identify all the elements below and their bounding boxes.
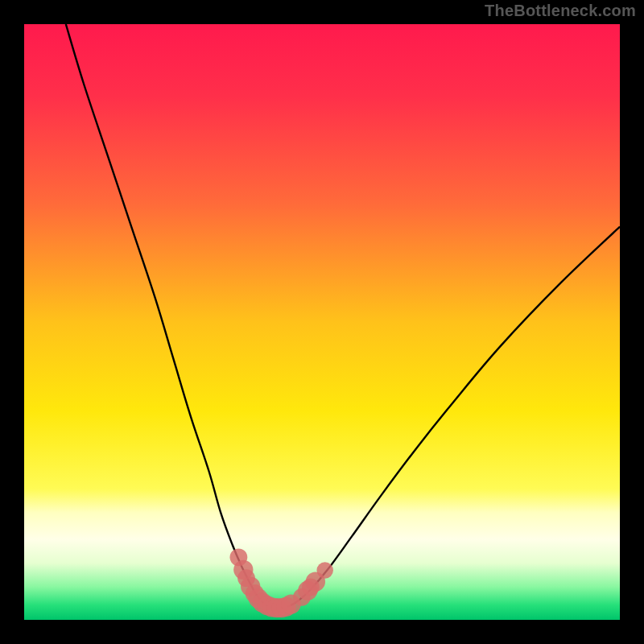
chart-frame: TheBottleneck.com bbox=[0, 0, 644, 644]
highlight-dot bbox=[316, 562, 332, 578]
watermark-text: TheBottleneck.com bbox=[485, 2, 636, 20]
gradient-background bbox=[24, 24, 620, 620]
plot-area bbox=[24, 24, 620, 620]
plot-svg bbox=[24, 24, 620, 620]
